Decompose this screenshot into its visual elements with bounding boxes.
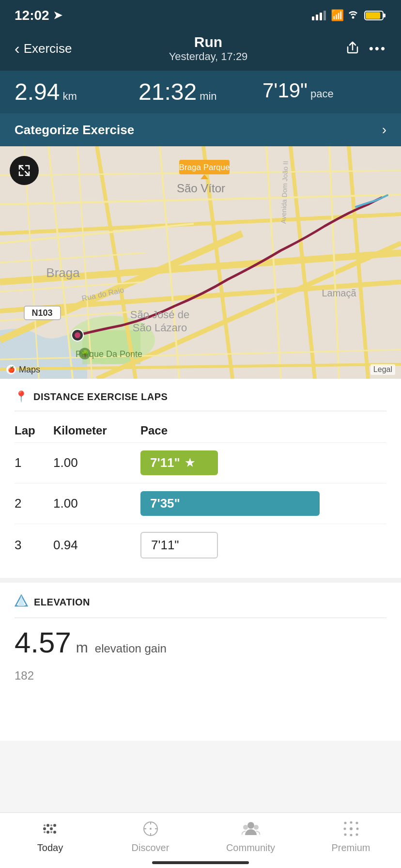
community-label: Community: [226, 842, 275, 853]
laps-table-header: Lap Kilometer Pace: [15, 419, 386, 443]
elevation-chart-label: 182: [15, 669, 386, 682]
svg-point-57: [53, 824, 56, 827]
map-view[interactable]: N103 Braga Parque São Vítor Braga São Jo…: [0, 146, 401, 379]
duration-unit: min: [200, 90, 216, 103]
svg-point-80: [356, 828, 358, 830]
svg-text:🍎: 🍎: [8, 366, 15, 373]
svg-text:N103: N103: [31, 308, 52, 318]
col-km-header: Kilometer: [53, 424, 140, 437]
svg-text:🌳: 🌳: [81, 350, 90, 358]
svg-point-76: [355, 834, 358, 836]
svg-point-0: [352, 16, 355, 19]
svg-text:São Lázaro: São Lázaro: [133, 322, 187, 334]
header: ‹ Exercise Run Yesterday, 17:29 •••: [0, 29, 401, 71]
lap-pace: 7'11" ★: [140, 450, 386, 475]
svg-point-73: [344, 822, 346, 824]
elevation-icon: [15, 594, 28, 610]
svg-point-75: [344, 834, 346, 836]
battery-icon: [364, 10, 386, 21]
discover-label: Discover: [132, 842, 170, 853]
svg-text:Braga: Braga: [46, 265, 80, 280]
pace-badge-last: 7'11": [140, 532, 218, 558]
apple-maps-logo: 🍎 Maps: [6, 364, 40, 375]
navigation-icon: ➤: [53, 9, 62, 22]
laps-section-header: 📍 DISTANCE EXERCISE LAPS: [15, 390, 386, 411]
bottom-nav: Today Discover Com: [0, 812, 401, 868]
col-lap-header: Lap: [15, 424, 53, 437]
more-options-icon[interactable]: •••: [369, 41, 386, 56]
elevation-section-title: ELEVATION: [34, 597, 90, 608]
header-center: Run Yesterday, 17:29: [169, 34, 248, 63]
lap1-pace-value: 7'11": [150, 455, 180, 470]
laps-table: Lap Kilometer Pace 1 1.00 7'11" ★ 2 1.00…: [15, 419, 386, 566]
svg-point-78: [350, 834, 352, 837]
svg-rect-3: [366, 12, 380, 19]
stats-bar: 2.94 km 21:32 min 7'19" pace: [0, 71, 401, 113]
premium-icon: [343, 821, 359, 839]
distance-unit: km: [62, 90, 77, 103]
header-title: Run: [169, 34, 248, 50]
header-actions: •••: [345, 38, 386, 59]
duration-value: 21:32: [139, 80, 197, 104]
pace-badge-best: 7'11" ★: [140, 450, 218, 475]
premium-label: Premium: [331, 842, 370, 853]
wifi-icon: 📶: [331, 9, 359, 22]
elevation-label: elevation gain: [95, 642, 167, 655]
svg-point-55: [46, 831, 49, 834]
svg-point-61: [50, 824, 52, 826]
elevation-section-header: ELEVATION: [15, 594, 386, 618]
laps-section-title: DISTANCE EXERCISE LAPS: [33, 391, 168, 403]
svg-point-58: [53, 831, 56, 834]
nav-premium[interactable]: Premium: [301, 821, 401, 853]
nav-discover[interactable]: Discover: [100, 821, 200, 853]
svg-point-72: [350, 827, 353, 830]
discover-icon: [142, 821, 159, 839]
elevation-unit: m: [76, 639, 88, 656]
svg-text:São José de: São José de: [130, 309, 189, 321]
categorize-label: Categorize Exercise: [15, 123, 134, 138]
svg-point-71: [254, 825, 259, 830]
col-pace-header: Pace: [140, 424, 386, 437]
pace-stat: 7'19" pace: [262, 80, 386, 104]
svg-point-64: [150, 828, 152, 830]
elevation-value-display: 4.57 m elevation gain: [15, 626, 386, 659]
lap-km: 0.94: [53, 538, 140, 553]
svg-point-74: [355, 822, 358, 824]
table-row: 3 0.94 7'11": [15, 524, 386, 566]
categorize-exercise-button[interactable]: Categorize Exercise ›: [0, 113, 401, 146]
expand-map-button[interactable]: [10, 156, 39, 185]
share-icon[interactable]: [345, 38, 360, 59]
today-label: Today: [37, 842, 63, 853]
status-bar: 12:02 ➤ 📶: [0, 0, 401, 29]
legal-link[interactable]: Legal: [370, 364, 395, 375]
lap-km: 1.00: [53, 496, 140, 511]
lap3-pace-value: 7'11": [151, 538, 179, 553]
distance-value: 2.94: [15, 80, 60, 104]
svg-point-77: [350, 822, 352, 824]
nav-today[interactable]: Today: [0, 821, 100, 853]
lap-number: 1: [15, 455, 53, 470]
nav-community[interactable]: Community: [200, 821, 301, 853]
svg-text:São Vítor: São Vítor: [177, 182, 225, 195]
svg-point-31: [75, 332, 80, 338]
svg-text:Lamaçã: Lamaçã: [322, 288, 356, 298]
elevation-section: ELEVATION 4.57 m elevation gain 182: [0, 583, 401, 741]
header-subtitle: Yesterday, 17:29: [169, 50, 248, 63]
laps-section: 📍 DISTANCE EXERCISE LAPS Lap Kilometer P…: [0, 379, 401, 578]
best-lap-star-icon: ★: [185, 457, 195, 469]
today-icon: [42, 821, 59, 839]
svg-point-56: [50, 827, 53, 830]
svg-text:Braga Parque: Braga Parque: [179, 163, 230, 172]
svg-rect-2: [383, 14, 386, 17]
community-icon: [242, 821, 260, 839]
duration-stat: 21:32 min: [139, 80, 262, 104]
categorize-chevron-icon: ›: [382, 122, 386, 138]
home-indicator: [152, 861, 249, 864]
table-row: 1 1.00 7'11" ★: [15, 443, 386, 483]
status-icons: 📶: [312, 9, 386, 22]
svg-point-62: [50, 831, 52, 833]
svg-point-54: [46, 824, 49, 827]
distance-stat: 2.94 km: [15, 80, 139, 104]
laps-section-icon: 📍: [15, 390, 28, 403]
back-button[interactable]: ‹ Exercise: [15, 40, 72, 58]
